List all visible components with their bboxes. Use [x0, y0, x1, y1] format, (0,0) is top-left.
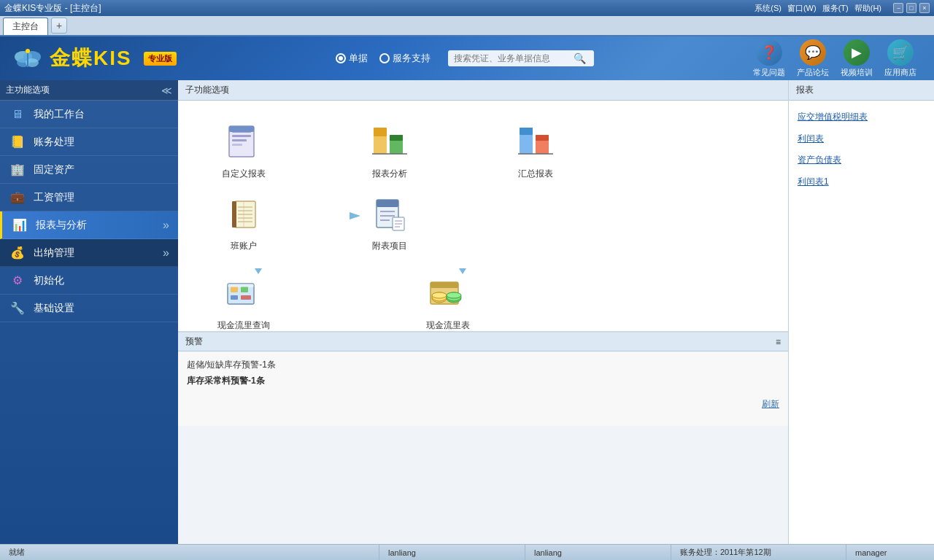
custom-report-icon [224, 122, 263, 162]
init-label: 初始化 [34, 274, 64, 287]
sidebar: 主功能选项 ≪ 🖥 我的工作台 📒 账务处理 🏢 固定资产 💼 工资管理 📊 报… [0, 80, 178, 544]
top-icons-row: 自定义报表 报表分析 [178, 101, 788, 187]
right-panel-header: 报表 [789, 80, 934, 101]
sidebar-item-payroll[interactable]: 💼 工资管理 [0, 184, 178, 211]
minimize-button[interactable]: － [893, 3, 903, 13]
flow-row-1: 班账户 [215, 195, 752, 252]
sidebar-collapse-button[interactable]: ≪ [161, 85, 172, 96]
init-icon: ⚙ [9, 272, 26, 289]
svg-rect-49 [241, 295, 251, 300]
sidebar-header: 主功能选项 ≪ [0, 80, 178, 101]
reports-label: 报表与分析 [36, 219, 87, 232]
cashflow-query-icon [224, 274, 263, 314]
report-item-0[interactable]: 应交增值税明细表 [795, 106, 928, 128]
func-custom-report[interactable]: 自定义报表 [215, 122, 273, 180]
maximize-button[interactable]: □ [906, 3, 916, 13]
close-button[interactable]: × [919, 3, 930, 13]
header-center: 单据 服务支持 🔍 [177, 50, 753, 66]
accounts-label: 账务处理 [34, 136, 74, 149]
radio-circle-service [379, 53, 390, 63]
add-tab-button[interactable]: + [51, 18, 67, 34]
fixed-assets-icon: 🏢 [9, 161, 26, 179]
func-account-book[interactable]: 班账户 [215, 195, 273, 252]
header: 金蝶KIS 专业版 单据 服务支持 🔍 ❓ 常见问题 💬 产品论坛 [0, 36, 934, 80]
arrow-down-right [433, 252, 492, 274]
svg-marker-42 [255, 268, 262, 274]
radio-service[interactable]: 服务支持 [379, 52, 431, 65]
func-attach-items[interactable]: 附表项目 [360, 195, 419, 252]
warning-label: 预警 [185, 335, 203, 348]
flow-diagram: 班账户 [178, 187, 788, 332]
svg-rect-48 [231, 295, 238, 300]
logo-main-text: 金蝶KIS [50, 44, 132, 72]
cashflow-query-label: 现金流里查询 [217, 319, 270, 332]
svg-rect-23 [232, 201, 236, 228]
menu-bar: 系统(S) 窗口(W) 服务(T) 帮助(H) [754, 3, 881, 14]
sidebar-item-init[interactable]: ⚙ 初始化 [0, 267, 178, 295]
faq-label: 常见问题 [753, 67, 785, 78]
search-icon[interactable]: 🔍 [574, 52, 586, 64]
search-input[interactable] [454, 53, 571, 63]
func-report-analysis[interactable]: 报表分析 [360, 122, 419, 180]
svg-marker-31 [350, 212, 360, 219]
basic-settings-label: 基础设置 [34, 302, 74, 315]
status-bar: 就绪 lanliang lanliang 账务处理：2011年第12期 mana… [0, 544, 934, 560]
report-item-1[interactable]: 利闰表 [795, 128, 928, 150]
report-item-3[interactable]: 利闰表1 [795, 171, 928, 193]
status-ready-label: 就绪 [9, 547, 25, 558]
video-icon: ▶ [844, 39, 870, 66]
sidebar-item-fixed-assets[interactable]: 🏢 固定资产 [0, 156, 178, 184]
reports-arrow-icon: » [163, 219, 169, 232]
sidebar-item-accounts[interactable]: 📒 账务处理 [0, 128, 178, 156]
func-cashflow-table[interactable]: 现金流里表 [419, 274, 477, 332]
basic-settings-icon: 🔧 [9, 300, 26, 317]
store-icon: 🛒 [887, 39, 914, 66]
pro-badge: 专业版 [144, 52, 177, 66]
func-cashflow-query[interactable]: 现金流里查询 [215, 274, 273, 332]
radio-single-doc[interactable]: 单据 [336, 52, 368, 65]
menu-system[interactable]: 系统(S) [754, 3, 781, 14]
video-label: 视频培训 [841, 67, 873, 78]
svg-rect-10 [232, 144, 242, 146]
menu-window[interactable]: 窗口(W) [787, 3, 817, 14]
header-icon-faq[interactable]: ❓ 常见问题 [753, 39, 785, 78]
report-analysis-label: 报表分析 [372, 168, 407, 180]
sidebar-item-workbench[interactable]: 🖥 我的工作台 [0, 101, 178, 128]
report-analysis-icon [370, 122, 409, 162]
svg-rect-20 [536, 135, 549, 141]
sidebar-item-reports[interactable]: 📊 报表与分析 » [0, 211, 178, 239]
tab-bar: 主控台 + [0, 16, 934, 36]
status-role: manager [846, 545, 934, 560]
payroll-icon: 💼 [9, 189, 26, 206]
status-user1-label: lanliang [388, 548, 416, 557]
cashflow-table-icon [428, 274, 468, 314]
header-right-icons: ❓ 常见问题 💬 产品论坛 ▶ 视频培训 🛒 应用商店 [753, 39, 922, 78]
logo-area: 金蝶KIS 专业版 [12, 42, 177, 74]
menu-help[interactable]: 帮助(H) [854, 3, 881, 14]
header-icon-store[interactable]: 🛒 应用商店 [884, 39, 916, 78]
svg-rect-15 [390, 135, 403, 141]
report-item-2[interactable]: 资产负债表 [795, 149, 928, 171]
title-bar: 金蝶KIS专业版 - [主控台] 系统(S) 窗口(W) 服务(T) 帮助(H)… [0, 0, 934, 16]
sidebar-item-cashier[interactable]: 💰 出纳管理 » [0, 239, 178, 267]
svg-marker-44 [459, 268, 466, 274]
warning-header: 预警 ≡ [178, 332, 788, 351]
tab-main-console[interactable]: 主控台 [3, 18, 48, 35]
radio-service-label: 服务支持 [393, 52, 431, 65]
sidebar-item-basic-settings[interactable]: 🔧 基础设置 [0, 295, 178, 322]
svg-rect-9 [232, 139, 247, 141]
warning-item-0: 超储/短缺库存预警-1条 [187, 357, 779, 373]
summary-report-icon [516, 122, 555, 162]
svg-rect-33 [377, 200, 398, 207]
func-summary-report[interactable]: 汇总报表 [506, 122, 565, 180]
workbench-label: 我的工作台 [34, 108, 85, 121]
header-icon-video[interactable]: ▶ 视频培训 [841, 39, 873, 78]
svg-rect-50 [228, 284, 254, 287]
refresh-button[interactable]: 刷新 [762, 398, 779, 411]
header-icon-forum[interactable]: 💬 产品论坛 [797, 39, 829, 78]
warning-footer: 刷新 [178, 395, 788, 413]
store-label: 应用商店 [884, 67, 916, 78]
warning-collapse-icon: ≡ [776, 337, 781, 347]
menu-service[interactable]: 服务(T) [822, 3, 849, 14]
flow-row-2: 现金流里查询 [215, 274, 752, 332]
